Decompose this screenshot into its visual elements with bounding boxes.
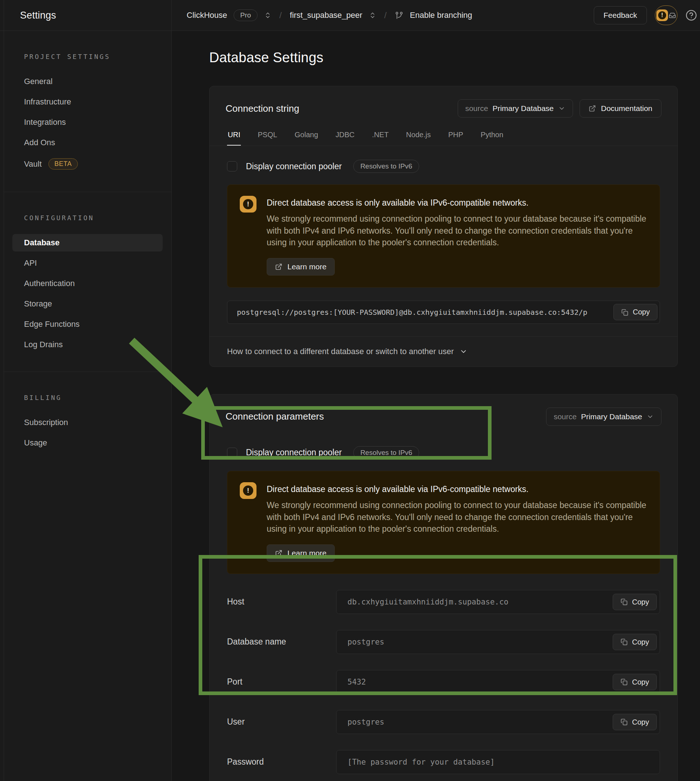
tab-uri[interactable]: URI [227, 127, 241, 145]
copy-icon [620, 598, 628, 606]
org-plan-badge: Pro [233, 10, 258, 21]
password-placeholder: [The password for your database] [347, 758, 495, 766]
database-name-value: postgres [347, 637, 384, 646]
warning-title: Direct database access is only available… [267, 484, 647, 494]
tab-jdbc[interactable]: JDBC [335, 127, 355, 145]
source-select[interactable]: source Primary Database [458, 99, 573, 118]
warning-body: We strongly recommend using connection p… [267, 499, 647, 535]
display-connection-pooler-row: Display connection pooler Resolves to IP… [227, 160, 419, 173]
sidebar-section-configuration: CONFIGURATION Database API Authenticatio… [3, 192, 172, 372]
database-name-field-row: Database name postgres Copy [227, 630, 660, 654]
notifications-button[interactable]: ! [655, 5, 677, 25]
host-input[interactable]: db.cxhygiuitamxhniiddjm.supabase.co Copy [336, 590, 660, 614]
warning-title: Direct database access is only available… [267, 198, 647, 208]
sidebar-item-add-ons[interactable]: Add Ons [12, 134, 163, 152]
sidebar-item-storage[interactable]: Storage [12, 295, 163, 313]
display-connection-pooler-label: Display connection pooler [246, 162, 342, 172]
connection-string-title: Connection string [225, 103, 299, 114]
chevron-down-icon [647, 413, 654, 421]
window-edge-line [3, 0, 4, 781]
sidebar-item-subscription[interactable]: Subscription [12, 414, 163, 431]
external-link-icon [275, 263, 282, 270]
help-button[interactable] [685, 10, 697, 21]
source-value: Primary Database [493, 104, 554, 113]
chevron-down-icon [460, 347, 468, 355]
feedback-button[interactable]: Feedback [594, 6, 647, 24]
page-title: Database Settings [209, 50, 678, 65]
source-select[interactable]: source Primary Database [546, 407, 662, 426]
breadcrumb-project[interactable]: first_supabase_peer [290, 10, 362, 20]
sidebar-item-vault[interactable]: Vault BETA [12, 154, 163, 174]
sidebar-item-label: Usage [24, 438, 47, 448]
tab-php[interactable]: PHP [448, 127, 464, 145]
header-settings-section: Settings [0, 0, 172, 30]
user-input[interactable]: postgres Copy [336, 710, 660, 734]
sidebar-section-project-settings: PROJECT SETTINGS General Infrastructure … [3, 31, 172, 192]
tab-psql[interactable]: PSQL [257, 127, 278, 145]
project-switcher-chevrons-icon[interactable] [369, 12, 376, 19]
beta-badge: BETA [48, 158, 78, 170]
breadcrumb-org[interactable]: ClickHouse [187, 10, 227, 20]
enable-branching-button[interactable]: Enable branching [410, 10, 472, 20]
tab-dotnet[interactable]: .NET [372, 127, 390, 145]
copy-icon [620, 678, 628, 686]
inbox-icon [669, 12, 676, 19]
org-switcher-chevrons-icon[interactable] [264, 12, 272, 19]
user-label: User [227, 717, 336, 727]
source-value: Primary Database [581, 412, 642, 421]
settings-sidebar: PROJECT SETTINGS General Infrastructure … [0, 31, 172, 781]
resolves-to-ipv6-badge: Resolves to IPv6 [353, 446, 419, 459]
copy-user-button[interactable]: Copy [613, 714, 657, 730]
documentation-button[interactable]: Documentation [580, 99, 662, 118]
sidebar-item-integrations[interactable]: Integrations [12, 113, 163, 131]
sidebar-item-database[interactable]: Database [12, 234, 163, 252]
display-connection-pooler-checkbox[interactable] [227, 161, 237, 172]
password-field-row: Password [The password for your database… [227, 750, 660, 774]
password-input[interactable]: [The password for your database] [336, 750, 660, 774]
sidebar-item-api[interactable]: API [12, 254, 163, 272]
alert-badge-icon: ! [656, 10, 668, 21]
app-title: Settings [20, 10, 56, 21]
tab-golang[interactable]: Golang [294, 127, 319, 145]
display-connection-pooler-row: Display connection pooler Resolves to IP… [227, 446, 419, 459]
sidebar-item-usage[interactable]: Usage [12, 434, 163, 452]
database-name-input[interactable]: postgres Copy [336, 630, 660, 654]
ipv6-warning-box: ! Direct database access is only availab… [227, 185, 660, 287]
sidebar-item-label: Infrastructure [24, 97, 71, 107]
copy-connection-string-button[interactable]: Copy [613, 304, 657, 320]
password-label: Password [227, 757, 336, 767]
connect-help-expander[interactable]: How to connect to a different database o… [210, 336, 677, 367]
sidebar-item-infrastructure[interactable]: Infrastructure [12, 93, 163, 111]
sidebar-item-general[interactable]: General [12, 73, 163, 90]
display-connection-pooler-checkbox[interactable] [227, 448, 237, 458]
alert-icon: ! [240, 482, 257, 499]
sidebar-item-edge-functions[interactable]: Edge Functions [12, 315, 163, 333]
sidebar-item-label: Vault [24, 159, 42, 169]
learn-more-button[interactable]: Learn more [267, 544, 335, 562]
tab-nodejs[interactable]: Node.js [405, 127, 432, 145]
external-link-icon [275, 549, 282, 557]
copy-host-button[interactable]: Copy [613, 594, 657, 610]
connect-help-label: How to connect to a different database o… [227, 347, 454, 356]
copy-icon [620, 718, 628, 726]
breadcrumb-separator: / [278, 10, 283, 20]
sidebar-section-billing: BILLING Subscription Usage [3, 372, 172, 470]
ipv6-warning-box: ! Direct database access is only availab… [227, 471, 660, 574]
connection-string-value: postgresql://postgres:[YOUR-PASSWORD]@db… [237, 308, 610, 317]
connection-string-value-row[interactable]: postgresql://postgres:[YOUR-PASSWORD]@db… [227, 300, 660, 324]
sidebar-item-label: General [24, 77, 52, 86]
copy-database-name-button[interactable]: Copy [613, 634, 657, 650]
source-label: source [554, 412, 577, 421]
copy-port-button[interactable]: Copy [613, 674, 657, 690]
connection-parameters-card: Connection parameters source Primary Dat… [209, 394, 678, 781]
port-field-row: Port 5432 Copy [227, 670, 660, 694]
external-link-icon [589, 105, 596, 112]
sidebar-item-authentication[interactable]: Authentication [12, 275, 163, 292]
sidebar-item-log-drains[interactable]: Log Drains [12, 336, 163, 354]
learn-more-button[interactable]: Learn more [267, 258, 335, 275]
host-field-row: Host db.cxhygiuitamxhniiddjm.supabase.co… [227, 590, 660, 614]
connection-string-tabs: URI PSQL Golang JDBC .NET Node.js PHP Py… [210, 127, 677, 146]
source-label: source [465, 104, 488, 113]
tab-python[interactable]: Python [480, 127, 504, 145]
port-input[interactable]: 5432 Copy [336, 670, 660, 694]
